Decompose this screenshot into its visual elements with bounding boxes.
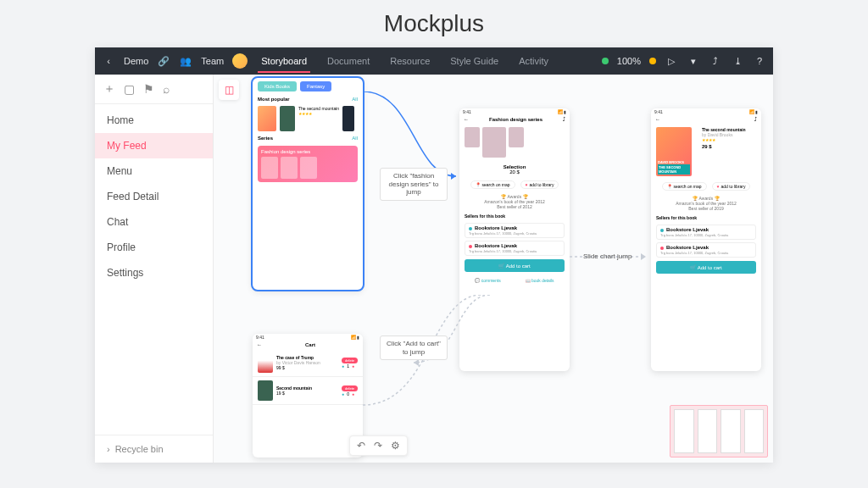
pill-map: search on map (482, 182, 510, 187)
undo-icon[interactable]: ↶ (357, 440, 365, 452)
share-icon[interactable]: ⤴ (709, 54, 722, 68)
mock-detail[interactable]: 9:41📶 ▮ ←Fashion design series⤴ Selectio… (459, 108, 570, 371)
chip-kids: Kids Books (258, 81, 297, 92)
cart-thumb (258, 380, 273, 401)
seller-addr: Trg bana Jelačića 17, 10000, Zagreb, Cro… (469, 231, 537, 236)
sidebar-tools: ＋ ▢ ⚑ ⌕ (95, 75, 213, 104)
signal-icon: 📶 ▮ (351, 335, 359, 340)
map-marker-icon: 📍 (667, 184, 672, 189)
annotation-slide-jump[interactable]: Slide chart jump (583, 252, 632, 261)
book-thumb (342, 106, 354, 131)
delete-button: delete (342, 358, 358, 363)
mock-feed[interactable]: Kids Books Fantasy Most popularAll The s… (253, 78, 363, 290)
heart-icon: ♥ (526, 182, 528, 187)
qty: 1 (347, 363, 349, 369)
price: 20 $ (509, 169, 520, 175)
seller-addr: Trg bana Jelačića 17, 10000, Zagreb, Cro… (660, 233, 728, 237)
add-to-cart-button: 🛒 Add to cart (465, 259, 565, 272)
sidebar-item-home[interactable]: Home (95, 108, 213, 133)
help-icon[interactable]: ? (753, 54, 766, 68)
annotation-cart-jump[interactable]: Click "Add to cart" to jump (380, 336, 448, 360)
annotation-fashion-jump[interactable]: Click "fashion design series" to jump (380, 168, 448, 201)
pill-lib: add to library (721, 184, 746, 189)
link-icon[interactable]: 🔗 (157, 54, 170, 68)
svg-marker-2 (641, 253, 646, 260)
sidebar-item-settings[interactable]: Settings (95, 260, 213, 286)
sidebar-item-myfeed[interactable]: My Feed (95, 133, 213, 158)
tab-resource[interactable]: Resource (387, 49, 433, 73)
delete-button: delete (342, 385, 358, 391)
cart-thumb (258, 352, 273, 373)
svg-marker-1 (414, 359, 419, 366)
recycle-bin[interactable]: Recycle bin (95, 435, 213, 463)
sidebar: ＋ ▢ ⚑ ⌕ Home My Feed Menu Feed Detail Ch… (95, 75, 214, 463)
dropdown-icon[interactable]: ▾ (687, 54, 700, 68)
book2-price: 29 $ (702, 142, 756, 149)
minus-icon: ● (342, 363, 344, 369)
seller-name: Bookstore Ljevak (666, 245, 709, 250)
series-title: Fashion design series (261, 149, 354, 154)
share-icon: ⤴ (563, 117, 565, 122)
page-title: Mockplus (0, 0, 868, 47)
search-icon[interactable]: ⌕ (163, 82, 170, 96)
pill-lib: add to library (530, 182, 554, 187)
avatar[interactable] (232, 53, 248, 69)
svg-marker-0 (451, 173, 456, 180)
bottom-tools: ↶ ↷ ⚙ (349, 435, 408, 456)
status-time: 9:41 (463, 109, 471, 114)
minimap[interactable] (670, 405, 768, 458)
signal-icon: 📶 ▮ (749, 109, 758, 114)
tab-styleguide[interactable]: Style Guide (447, 49, 502, 73)
seller-name: Bookstore Ljevak (475, 243, 517, 248)
award-line: Best seller of 2012 (462, 204, 567, 209)
layers-icon[interactable]: ◫ (219, 80, 239, 100)
top-toolbar: ‹ Demo 🔗 👥 Team Storyboard Document Reso… (95, 47, 773, 75)
back-icon[interactable]: ‹ (102, 54, 115, 68)
back-icon: ← (655, 117, 660, 122)
stars-icon: ★★★★ (702, 137, 715, 142)
minus-icon: ● (342, 391, 344, 396)
project-name[interactable]: Demo (124, 56, 148, 66)
tab-storyboard[interactable]: Storyboard (258, 49, 310, 73)
pill-map: search on map (674, 184, 702, 189)
team-icon[interactable]: 👥 (179, 54, 192, 68)
sidebar-item-chat[interactable]: Chat (95, 209, 213, 235)
section-popular: Most popular (258, 97, 290, 102)
tab-document[interactable]: Document (324, 49, 373, 73)
sidebar-item-feeddetail[interactable]: Feed Detail (95, 184, 213, 209)
seller-addr: Trg bana Jelačića 17, 10000, Zagreb, Cro… (469, 249, 537, 253)
award-line: Best seller of 2019 (654, 206, 759, 211)
mock-cart[interactable]: 9:41📶 ▮ ←Cart The case of Trump by Victo… (253, 334, 363, 458)
stars-icon: ★★★★ (298, 111, 339, 116)
signal-icon: 📶 ▮ (558, 109, 566, 114)
sidebar-item-menu[interactable]: Menu (95, 158, 213, 184)
foot-comments: comments (481, 278, 501, 283)
status-time: 9:41 (256, 335, 264, 340)
plus-icon: ● (352, 391, 354, 396)
foot-details: book details (531, 278, 554, 283)
cart-title: Cart (305, 342, 315, 347)
status-dot-icon (602, 58, 609, 64)
flag-icon[interactable]: ⚑ (143, 82, 154, 96)
section-all: All (352, 97, 358, 102)
seller-name: Bookstore Ljevak (475, 225, 517, 230)
seller-name: Bookstore Ljevak (666, 227, 709, 232)
section-all: All (352, 136, 358, 141)
canvas[interactable]: ◫ Kids Books Fantasy Most popularAll The… (214, 75, 773, 463)
add-to-cart-button: 🛒 Add to cart (656, 261, 756, 274)
play-icon[interactable]: ▷ (665, 54, 678, 68)
mock-book2[interactable]: 9:41📶 ▮ ←⤴ DAVID BROOKS THE SECOND MOUNT… (651, 108, 761, 371)
add-icon[interactable]: ＋ (103, 81, 115, 97)
tab-activity[interactable]: Activity (515, 49, 552, 73)
zoom-label[interactable]: 100% (617, 56, 641, 66)
sidebar-item-profile[interactable]: Profile (95, 235, 213, 260)
gear-icon[interactable]: ⚙ (391, 440, 400, 452)
coin-icon[interactable] (649, 58, 656, 64)
download-icon[interactable]: ⤓ (731, 54, 744, 68)
redo-icon[interactable]: ↷ (374, 440, 382, 452)
team-label[interactable]: Team (201, 56, 224, 66)
app-shell: ‹ Demo 🔗 👥 Team Storyboard Document Reso… (95, 47, 773, 463)
chip-fantasy: Fantasy (300, 81, 331, 92)
folder-icon[interactable]: ▢ (124, 82, 135, 96)
back-icon: ← (464, 117, 469, 122)
